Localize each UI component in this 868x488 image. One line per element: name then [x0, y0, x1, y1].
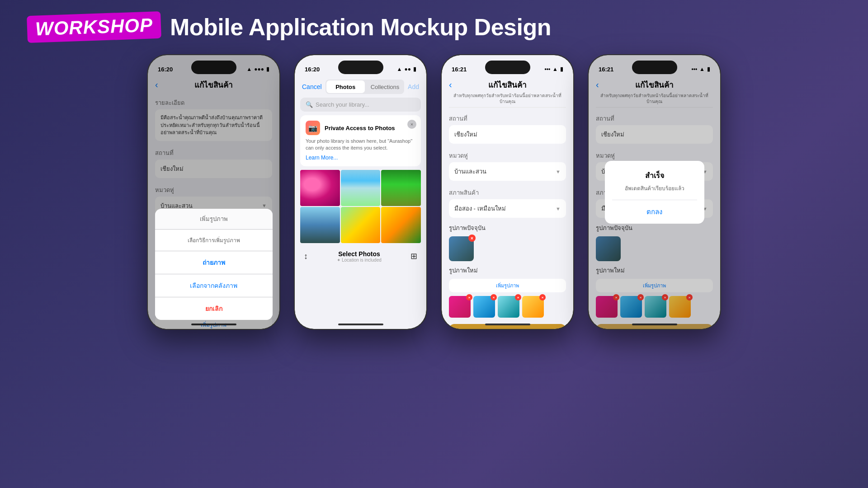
remove-current-img-btn-3[interactable]: × — [468, 235, 476, 242]
dynamic-island-2 — [338, 61, 383, 74]
current-image-label-3: รูปภาพปัจจุบัน — [442, 221, 573, 235]
privacy-text: Your photo library is shown here, but "A… — [306, 138, 415, 152]
home-indicator-2 — [338, 324, 383, 325]
phone-3: 16:21 ••• ▲ ▮ ‹ แก้ไขสินค้า สำหรับทุกเพศ… — [441, 54, 574, 330]
photo-cell-5[interactable] — [341, 207, 381, 243]
search-placeholder: Search your library... — [316, 101, 369, 108]
sort-icon[interactable]: ↕ — [304, 252, 308, 261]
phones-container: 16:20 ▲ ●●● ▮ ‹ แก้ไขสินค้า รายละเอียด ม… — [0, 54, 868, 330]
category-field-3[interactable]: บ้านและสวน ▼ — [449, 162, 566, 181]
action-sheet-title: เพิ่มรูปภาพ — [155, 209, 273, 229]
photo-cell-2[interactable] — [341, 170, 381, 206]
success-text: อัพเดตสินค้าเรียบร้อยแล้ว — [612, 184, 697, 192]
privacy-icon: 📷 — [306, 121, 320, 135]
success-dialog-overlay: สำเร็จ อัพเดตสินค้าเรียบร้อยแล้ว ตกลง — [589, 55, 720, 329]
privacy-close-btn[interactable]: × — [407, 120, 416, 129]
footer-title: Select Photos — [337, 250, 382, 258]
battery-icon-2: ▮ — [413, 66, 416, 72]
action-sheet-1: เพิ่มรูปภาพ เลือกวิธีการเพิ่มรูปภาพ ถ่าย… — [155, 209, 273, 320]
phone-2: 16:20 ▲ ●● ▮ Cancel Photos Collections A… — [294, 54, 427, 330]
location-field-3[interactable]: เชียงใหม่ — [449, 125, 566, 144]
nav-3: ‹ แก้ไขสินค้า — [442, 78, 573, 93]
section-location-label-3: สถานที่ — [442, 110, 573, 125]
add-btn[interactable]: Add — [408, 83, 419, 90]
action-sheet-subtitle: เลือกวิธีการเพิ่มรูปภาพ — [155, 229, 273, 251]
wifi-icon-2: ▲ — [397, 66, 402, 72]
success-title: สำเร็จ — [612, 170, 697, 181]
wifi-icon-3: ▲ — [552, 66, 558, 72]
back-button-3[interactable]: ‹ — [449, 80, 452, 90]
header: WORKSHOP Mobile Application Mockup Desig… — [0, 0, 868, 50]
photo-picker-header: Cancel Photos Collections Add — [295, 78, 426, 98]
new-thumb-3-1[interactable]: × — [449, 296, 471, 318]
tab-collections[interactable]: Collections — [366, 80, 404, 94]
learn-more-link[interactable]: Learn More... — [306, 155, 415, 161]
nav-subtitle-3: สำหรับทุกเพศทุกวัยสำหรับหน้าร้อนนี้อย่าพ… — [442, 93, 573, 107]
action-sheet-overlay-1: เพิ่มรูปภาพ เลือกวิธีการเพิ่มรูปภาพ ถ่าย… — [148, 55, 279, 329]
phone-2-screen: 16:20 ▲ ●● ▮ Cancel Photos Collections A… — [295, 55, 426, 329]
home-indicator-3 — [485, 324, 530, 325]
success-dialog: สำเร็จ อัพเดตสินค้าเรียบร้อยแล้ว ตกลง — [605, 161, 704, 224]
dots-3: ••• — [545, 66, 551, 72]
new-thumbs-grid-3: × × × × — [442, 294, 573, 319]
dynamic-island-3 — [485, 61, 530, 74]
phone-1: 16:20 ▲ ●●● ▮ ‹ แก้ไขสินค้า รายละเอียด ม… — [147, 54, 280, 330]
condition-field-3[interactable]: มือสอง - เหมือนใหม่ ▼ — [449, 199, 566, 218]
status-icons-2: ▲ ●● ▮ — [397, 66, 416, 72]
battery-icon-3: ▮ — [560, 66, 563, 72]
photo-cell-4[interactable] — [300, 207, 340, 243]
choose-library-btn[interactable]: เลือกจากคลังภาพ — [155, 274, 273, 297]
workshop-badge: WORKSHOP — [27, 11, 161, 43]
divider-3a — [449, 107, 566, 108]
new-thumb-3-2[interactable]: × — [473, 296, 495, 318]
take-photo-btn[interactable]: ถ่ายภาพ — [155, 251, 273, 274]
time-2: 16:20 — [305, 66, 320, 73]
photo-cell-1[interactable] — [300, 170, 340, 206]
new-image-label-3: รูปภาพใหม่ — [442, 264, 573, 277]
search-bar[interactable]: 🔍 Search your library... — [300, 98, 421, 112]
cancel-btn[interactable]: Cancel — [302, 83, 322, 90]
nav-title-3: แก้ไขสินค้า — [488, 79, 527, 91]
action-cancel-btn[interactable]: ยกเลิก — [155, 297, 273, 320]
chevron-icon-3: ▼ — [556, 169, 561, 174]
success-confirm-btn[interactable]: ตกลง — [612, 200, 697, 224]
page-title: Mobile Application Mockup Design — [170, 14, 551, 41]
tab-group: Photos Collections — [326, 80, 404, 94]
phone-3-screen: 16:21 ••• ▲ ▮ ‹ แก้ไขสินค้า สำหรับทุกเพศ… — [442, 55, 573, 329]
phone-1-screen: 16:20 ▲ ●●● ▮ ‹ แก้ไขสินค้า รายละเอียด ม… — [148, 55, 279, 329]
privacy-title: Private Access to Photos — [325, 125, 395, 131]
privacy-notice: 📷 Private Access to Photos × Your photo … — [300, 115, 421, 166]
privacy-header: 📷 Private Access to Photos — [306, 121, 415, 135]
phone-4-screen: 16:21 ••• ▲ ▮ ‹ แก้ไขสินค้า สำหรับทุกเพศ… — [589, 55, 720, 329]
section-condition-label-3: สภาพสินค้า — [442, 184, 573, 199]
add-image-btn-3[interactable]: เพิ่มรูปภาพ — [449, 279, 566, 292]
signal-icon-2: ●● — [405, 66, 411, 72]
tab-photos[interactable]: Photos — [326, 80, 365, 93]
footer-center: Select Photos ✦ Location is included — [337, 250, 382, 263]
chevron-icon-4: ▼ — [556, 206, 561, 211]
footer-subtitle: ✦ Location is included — [337, 258, 382, 263]
photo-cell-3[interactable] — [381, 170, 421, 206]
section-category-label-3: หมวดหู่ — [442, 147, 573, 162]
new-thumb-3-3[interactable]: × — [498, 296, 519, 318]
photo-cell-6[interactable] — [381, 207, 421, 243]
time-3: 16:21 — [452, 66, 467, 73]
photo-grid — [300, 170, 421, 243]
new-thumb-3-4[interactable]: × — [522, 296, 544, 318]
search-icon: 🔍 — [306, 101, 313, 108]
photo-picker-footer: ↕ Select Photos ✦ Location is included ⊞ — [295, 245, 426, 268]
phone-4: 16:21 ••• ▲ ▮ ‹ แก้ไขสินค้า สำหรับทุกเพศ… — [588, 54, 721, 330]
people-icon[interactable]: ⊞ — [410, 251, 417, 261]
status-icons-3: ••• ▲ ▮ — [545, 66, 564, 72]
